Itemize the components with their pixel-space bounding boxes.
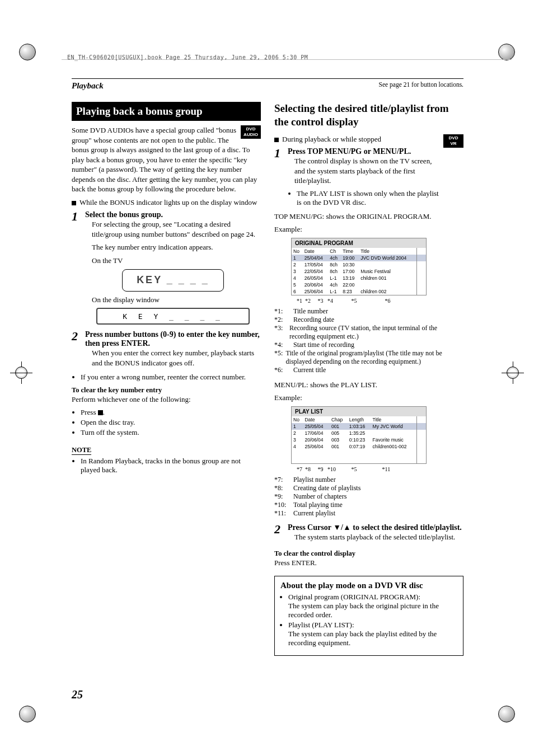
section-title: Playback: [72, 81, 104, 90]
step-sublist: The PLAY LIST is shown only when the pla…: [297, 189, 440, 207]
table-header-row: NoDateChapLengthTitle: [292, 416, 426, 423]
step-text: The control display is shown on the TV s…: [294, 156, 440, 186]
print-mark: [498, 706, 515, 722]
registration-mark: [10, 361, 32, 384]
table-row: [292, 450, 426, 457]
table-row: 425/06/040010:07:19children001-002: [292, 443, 426, 450]
step-heading: Press Cursor / to select the desired tit…: [288, 523, 463, 532]
disc-badge-dvd-audio: DVD AUDIO: [241, 125, 261, 139]
rule: [72, 78, 463, 79]
step-heading: Press TOP MENU/PG or MENU/PL.: [288, 147, 440, 156]
print-mark: [19, 706, 36, 722]
step-text: When you enter the correct key number, p…: [92, 348, 261, 368]
cursor-down-icon: [333, 523, 341, 532]
step-2: 2 Press Cursor / to select the desired t…: [274, 523, 463, 546]
step-1: 1 Press TOP MENU/PG or MENU/PL. The cont…: [274, 147, 440, 210]
screenshot-caption: PLAY LIST: [292, 407, 426, 416]
table-header-row: NoDateChTimeTitle: [292, 248, 426, 255]
precondition: During playback or while stopped: [274, 134, 463, 144]
device-display-box: K E Y _ _ _ _: [96, 308, 250, 325]
clear-intro: Perform whichever one of the following:: [72, 395, 261, 405]
step-heading: Select the bonus group.: [85, 210, 261, 219]
menu-pl-label: MENU/PL: shows the PLAY LIST.: [274, 380, 463, 390]
stop-icon: [98, 410, 103, 415]
page-number: 25: [72, 688, 83, 701]
step-text: The key number entry indication appears.: [92, 242, 261, 252]
table-row: [292, 457, 426, 463]
table-row: 125/05/040011:03:16My JVC World: [292, 423, 426, 430]
list-item: Press .: [81, 408, 261, 417]
clear-heading: To clear the key number entry: [72, 386, 261, 395]
table-row: 322/05/048ch17:00Music Festival: [292, 268, 426, 275]
definition-list: *1:Title number *2:Recording date *3:Rec…: [274, 307, 463, 374]
annotation-markers: *1 *2 *3 *4 *5 *6: [297, 298, 463, 304]
step-number: 1: [72, 210, 85, 328]
table-row: 217/06/040051:35:25: [292, 430, 426, 436]
step-2: 2 Press number buttons (0-9) to enter th…: [72, 330, 261, 371]
tv-display-box: KEY _ _ _ _: [122, 269, 224, 292]
list-item: Playlist (PLAY LIST): The system can pla…: [288, 621, 457, 647]
example-label: Example:: [274, 393, 463, 403]
note-label: NOTE: [72, 446, 91, 455]
step-1: 1 Select the bonus group. For selecting …: [72, 210, 261, 328]
note-list: If you enter a wrong number, reenter the…: [81, 373, 261, 382]
list-item: The PLAY LIST is shown only when the pla…: [297, 189, 440, 207]
print-mark: [498, 44, 515, 60]
clear-body: Press ENTER.: [274, 558, 463, 568]
step-number: 2: [72, 330, 85, 371]
list-item: Open the disc tray.: [81, 418, 261, 427]
see-note: See page 21 for button locations.: [379, 81, 463, 88]
table-row: 217/05/048ch10:30: [292, 261, 426, 268]
about-box: About the play mode on a DVD VR disc Ori…: [274, 576, 463, 656]
heading-bonus-group: Playing back a bonus group: [72, 102, 261, 121]
step-number: 1: [274, 147, 288, 210]
registration-mark: [502, 361, 524, 384]
list-item: In Random Playback, tracks in the bonus …: [81, 457, 261, 475]
clear-list: Press . Open the disc tray. Turn off the…: [81, 408, 261, 437]
step-heading: Press number buttons (0-9) to enter the …: [85, 330, 261, 348]
table-row: 625/06/04L-18:23children 002: [292, 288, 426, 295]
list-item: Turn off the system.: [81, 428, 261, 437]
print-mark: [19, 44, 36, 60]
label-on-tv: On the TV: [92, 256, 261, 266]
screenshot-caption: ORIGINAL PROGRAM: [292, 238, 426, 248]
intro-paragraph: Some DVD AUDIOs have a special group cal…: [72, 125, 261, 194]
disc-badge-dvd-vr: DVD VR: [443, 134, 463, 148]
step-number: 2: [274, 523, 288, 546]
label-on-display: On the display window: [92, 295, 261, 305]
file-path-header: EN_TH-C906020[USUGUX].book Page 25 Thurs…: [67, 54, 308, 60]
list-item: If you enter a wrong number, reenter the…: [81, 373, 261, 382]
example-label: Example:: [274, 224, 463, 234]
clear-heading: To clear the control display: [274, 550, 463, 558]
table-play-list: NoDateChapLengthTitle 125/05/040011:03:1…: [292, 416, 426, 463]
note-list: In Random Playback, tracks in the bonus …: [81, 457, 261, 475]
table-row: 426/05/04L-113:19children 001: [292, 275, 426, 281]
right-column: Selecting the desired title/playlist fro…: [274, 102, 463, 656]
top-menu-label: TOP MENU/PG: shows the ORIGINAL PROGRAM.: [274, 212, 463, 222]
definition-list: *7:Playlist number *8:Creating date of p…: [274, 476, 463, 518]
screenshot-original-program: ORIGINAL PROGRAM NoDateChTimeTitle 125/0…: [291, 238, 427, 295]
page-content: Playback See page 21 for button location…: [72, 78, 463, 656]
table-row: 520/06/044ch22:00: [292, 281, 426, 288]
step-text: For selecting the group, see "Locating a…: [92, 219, 261, 239]
left-column: Playing back a bonus group DVD AUDIO Som…: [72, 102, 261, 656]
annotation-markers: *7 *8 *9 *10 *5 *11: [297, 466, 463, 472]
square-bullet-icon: [274, 138, 279, 142]
step-text: The system starts playback of the select…: [294, 532, 463, 542]
list-item: Original program (ORIGINAL PROGRAM): The…: [288, 593, 457, 619]
table-row: 125/04/044ch19:00JVC DVD World 2004: [292, 255, 426, 261]
square-bullet-icon: [72, 201, 76, 205]
precondition: While the BONUS indicator lights up on t…: [72, 198, 261, 208]
about-title: About the play mode on a DVD VR disc: [280, 581, 457, 590]
table-row: 320/06/040030:10:23Favorite music: [292, 436, 426, 443]
screenshot-play-list: PLAY LIST NoDateChapLengthTitle 125/05/0…: [291, 406, 427, 464]
table-original-program: NoDateChTimeTitle 125/04/044ch19:00JVC D…: [292, 248, 426, 295]
cursor-up-icon: [343, 523, 351, 532]
heading-control-display: Selecting the desired title/playlist fro…: [274, 102, 463, 129]
